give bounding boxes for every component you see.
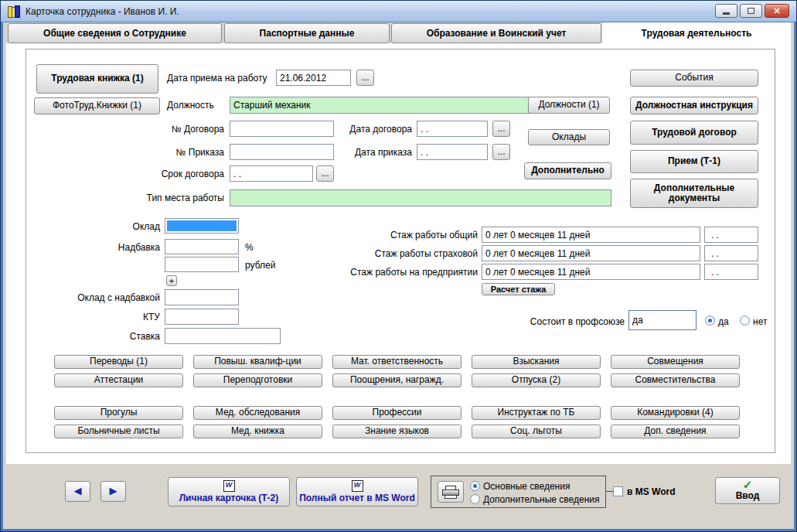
med-exams-button[interactable]: Мед. обследования — [193, 406, 322, 420]
hire-date-browse-button[interactable]: ... — [356, 70, 374, 86]
contract-term-browse-button[interactable]: ... — [316, 165, 334, 182]
contract-date-input[interactable]: . . — [417, 121, 488, 137]
business-trips-button[interactable]: Командировки (4) — [611, 406, 740, 420]
word-checkbox-label: в MS Word — [627, 486, 675, 497]
rewards-button[interactable]: Поощрения, награжд. — [332, 373, 462, 387]
professions-button[interactable]: Профессии — [332, 406, 462, 420]
tab-general[interactable]: Общие сведения о Сотруднике — [8, 23, 222, 43]
penalties-button[interactable]: Взыскания — [472, 355, 601, 369]
experience-insurance-input[interactable]: 0 лет 0 месяцев 11 дней — [482, 245, 700, 261]
window-title: Карточка сотрудника - Иванов И. И. — [26, 6, 179, 17]
social-benefits-button[interactable]: Соц. льготы — [472, 425, 601, 438]
position-input[interactable]: Старший механик — [230, 97, 530, 114]
order-date-input[interactable]: . . — [417, 144, 488, 160]
calc-experience-button[interactable]: Расчет стажа — [482, 283, 555, 295]
print-option-extra-label: Дополнительные сведения — [483, 494, 599, 505]
liability-button[interactable]: Мат. ответственность — [332, 355, 462, 369]
print-option-extra-radio[interactable] — [470, 494, 480, 504]
labor-contract-button[interactable]: Трудовой договор — [630, 121, 758, 145]
secondary-jobs-button[interactable]: Совместительства — [611, 373, 740, 387]
percent-suffix: % — [245, 242, 254, 253]
minimize-button[interactable] — [715, 4, 737, 18]
job-description-button[interactable]: Должностная инструкция — [630, 97, 758, 114]
next-icon: ▶ — [110, 486, 118, 496]
personal-card-button[interactable]: W Личная карточка (Т-2) — [168, 477, 290, 506]
full-report-label: Полный отчет в MS Word — [299, 493, 415, 503]
languages-button[interactable]: Знание языков — [332, 425, 462, 438]
print-option-main-radio[interactable] — [470, 481, 480, 491]
union-no-label: нет — [753, 316, 767, 327]
full-report-button[interactable]: W Полный отчет в MS Word — [296, 477, 418, 506]
personal-card-label: Личная карточка (Т-2) — [179, 493, 279, 503]
combinations-button[interactable]: Совмещения — [611, 355, 740, 369]
tab-education[interactable]: Образование и Воинский учет — [391, 23, 601, 43]
prev-icon: ◀ — [74, 486, 82, 496]
salary-with-bonus-input[interactable] — [165, 289, 239, 305]
expand-plus-button[interactable]: + — [166, 275, 177, 286]
workplace-type-label: Тип места работы — [124, 193, 224, 203]
bonus-rubles-input[interactable] — [165, 257, 239, 272]
ktu-input[interactable] — [165, 309, 239, 325]
union-no-radio[interactable] — [740, 315, 750, 326]
experience-total-date-input[interactable]: . . — [704, 227, 758, 243]
additional-button[interactable]: Дополнительно — [524, 162, 611, 179]
maximize-button[interactable] — [740, 4, 762, 18]
hiring-button[interactable]: Прием (Т-1) — [630, 150, 758, 173]
workplace-type-input[interactable] — [230, 189, 611, 206]
bonus-percent-input[interactable] — [165, 239, 239, 254]
union-yes-label: да — [718, 316, 729, 327]
experience-total-input[interactable]: 0 лет 0 месяцев 11 дней — [482, 227, 700, 243]
hire-date-input[interactable]: 21.06.2012 — [276, 70, 351, 86]
transfers-button[interactable]: Переводы (1) — [54, 355, 183, 369]
attestations-button[interactable]: Аттестации — [54, 373, 183, 387]
experience-company-label: Стаж работы на предприятии — [315, 267, 478, 278]
absences-button[interactable]: Прогулы — [54, 406, 183, 420]
positions-button[interactable]: Должности (1) — [528, 97, 610, 114]
contract-date-browse-button[interactable]: ... — [492, 121, 510, 137]
prev-button[interactable]: ◀ — [65, 481, 90, 502]
rubles-suffix: рублей — [245, 260, 275, 271]
work-book-button[interactable]: Трудовая книжка (1) — [36, 64, 158, 94]
ktu-label: КТУ — [83, 312, 160, 322]
rate-input[interactable] — [165, 328, 281, 344]
safety-training-button[interactable]: Инструктаж по ТБ — [472, 406, 601, 420]
extra-info-button[interactable]: Доп. сведения — [611, 425, 740, 438]
order-number-label: № Приказа — [124, 147, 224, 158]
union-yes-radio[interactable] — [705, 315, 715, 326]
union-input[interactable]: да — [628, 310, 697, 330]
close-icon: ✕ — [773, 6, 780, 16]
bonus-label: Надбавка — [83, 242, 160, 253]
events-button[interactable]: События — [630, 70, 758, 87]
experience-insurance-date-input[interactable]: . . — [704, 245, 758, 261]
word-checkbox[interactable] — [613, 486, 623, 496]
print-button[interactable] — [438, 481, 464, 503]
salaries-button[interactable]: Оклады — [528, 129, 610, 145]
minimize-icon — [723, 12, 730, 15]
experience-company-input[interactable]: 0 лет 0 месяцев 11 дней — [482, 264, 700, 280]
qualification-button[interactable]: Повыш. квалиф-ции — [193, 355, 322, 369]
extra-documents-button[interactable]: Дополнительные документы — [630, 179, 758, 208]
photo-work-books-button[interactable]: ФотоТруд.Книжки (1) — [34, 97, 160, 114]
window-controls: ✕ — [715, 4, 789, 18]
enter-button[interactable]: ✓ Ввод — [715, 477, 780, 504]
title-bar: Карточка сотрудника - Иванов И. И. — [1, 1, 796, 22]
salary-with-bonus-label: Оклад с надбавкой — [52, 292, 160, 303]
window: Карточка сотрудника - Иванов И. И. ✕ Общ… — [0, 0, 797, 532]
med-book-button[interactable]: Мед. книжка — [193, 425, 322, 438]
experience-company-date-input[interactable]: . . — [704, 264, 758, 280]
rate-label: Ставка — [83, 331, 160, 342]
salary-input[interactable] — [165, 218, 239, 234]
sick-leaves-button[interactable]: Больничные листы — [54, 425, 183, 438]
contract-term-input[interactable]: . . — [230, 165, 313, 182]
tab-labor[interactable]: Трудовая деятельность — [602, 22, 791, 44]
printer-icon — [442, 486, 460, 499]
order-date-browse-button[interactable]: ... — [492, 144, 510, 160]
close-button[interactable]: ✕ — [765, 4, 789, 18]
next-button[interactable]: ▶ — [100, 481, 126, 502]
salary-label: Оклад — [83, 221, 160, 232]
retraining-button[interactable]: Переподготовки — [193, 373, 322, 387]
vacations-button[interactable]: Отпуска (2) — [472, 373, 601, 387]
union-label: Состоит в профсоюзе — [506, 316, 625, 327]
tab-passport[interactable]: Паспортные данные — [224, 23, 390, 43]
enter-label: Ввод — [736, 491, 760, 501]
